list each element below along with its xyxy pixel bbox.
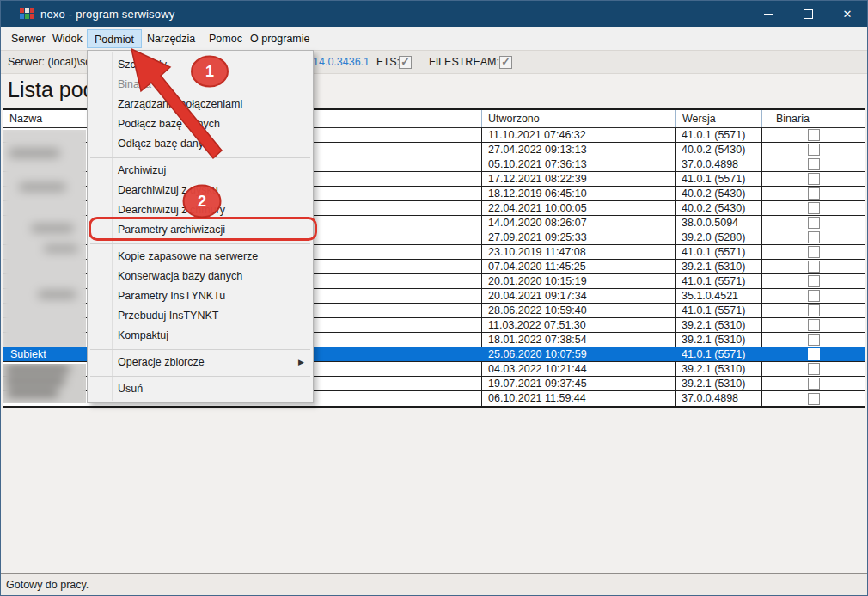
cell-binaria [762,201,865,215]
fts-label: FTS: [376,56,400,68]
cell-utworzono: 28.06.2022 10:59:40 [482,304,676,317]
cell-binaria [762,260,865,273]
app-icon [20,8,34,21]
cell-utworzono: 20.01.2020 10:15:19 [482,274,676,288]
menu-item-dearchiwizuj-z-chmury[interactable]: Dearchiwizuj z chmury [88,200,313,220]
binaria-checkbox[interactable] [808,348,820,360]
binaria-checkbox[interactable] [808,144,820,156]
cell-binaria [762,143,865,157]
filestream-label: FILESTREAM: [429,56,499,68]
menubar-item-widok[interactable]: Widok [46,29,89,48]
cell-wersja: 37.0.0.4898 [676,391,762,406]
menu-item-przebuduj-instynkt[interactable]: Przebuduj InsTYNKT [88,306,313,326]
menu-item-operacje-zbiorcze[interactable]: Operacje zbiorcze▶ [88,353,313,372]
menu-bar: SerwerWidokPodmiotNarzędziaPomocO progra… [1,27,867,50]
cell-wersja: 41.0.1 (5571) [676,172,762,186]
column-header-binaria[interactable]: Binaria [762,110,865,127]
close-button[interactable]: ✕ [828,1,867,27]
podmiot-dropdown-menu: SzczegółyBinariaZarządzanie połączeniami… [87,50,314,403]
cell-wersja: 41.0.1 (5571) [676,128,762,142]
cell-binaria [762,304,865,317]
cell-utworzono: 23.10.2019 11:47:08 [482,245,676,259]
server-path-text: Serwer: (local)\sq [8,56,91,68]
binaria-checkbox[interactable] [808,290,820,302]
binaria-checkbox[interactable] [808,319,820,331]
cell-binaria [762,333,865,347]
menu-item-zarz-dzanie-po-czeniami[interactable]: Zarządzanie połączeniami [88,95,313,114]
filestream-checkbox[interactable]: ✓ [499,56,512,69]
cell-utworzono: 11.03.2022 07:51:30 [482,318,676,332]
cell-wersja: 39.2.1 (5310) [676,362,762,376]
menu-item-pod-cz-baz-danych[interactable]: Podłącz bazę danych [88,114,313,134]
binaria-checkbox[interactable] [808,261,820,273]
menu-item-dearchiwizuj-z-dysku[interactable]: Dearchiwizuj z dysku [88,181,313,200]
cell-utworzono: 06.10.2021 11:59:44 [482,391,676,406]
menu-item-szczeg-y[interactable]: Szczegóły [88,55,313,75]
submenu-arrow-icon: ▶ [298,353,304,372]
menubar-item-podmiot[interactable]: Podmiot [87,29,142,48]
menu-item-parametry-instynktu[interactable]: Parametry InsTYNKTu [88,286,313,306]
binaria-checkbox[interactable] [808,304,820,316]
column-header-utworzono[interactable]: Utworzono [482,110,676,127]
menu-item-konserwacja-bazy-danych[interactable]: Konserwacja bazy danych [88,267,313,286]
title-bar: nexo - program serwisowy ✕ [1,1,867,27]
cell-wersja: 38.0.0.5094 [676,216,762,230]
redacted-names-block-2 [3,364,86,403]
menu-item-binaria[interactable]: Binaria [88,75,313,95]
menu-separator [88,346,313,353]
cell-wersja: 35.1.0.4521 [676,289,762,303]
menu-separator [88,240,313,247]
cell-utworzono: 07.04.2020 11:45:25 [482,260,676,273]
menubar-item-o-programie[interactable]: O programie [243,29,316,48]
close-icon: ✕ [843,9,853,20]
redacted-names-block [3,130,86,347]
binaria-checkbox[interactable] [808,334,820,346]
fts-checkbox[interactable]: ✓ [399,56,412,69]
menu-item-archiwizuj[interactable]: Archiwizuj [88,161,313,181]
cell-wersja: 39.2.1 (5310) [676,333,762,347]
menu-item-usu-[interactable]: Usuń [88,379,313,399]
cell-binaria [762,172,865,186]
menubar-item-narz-dzia[interactable]: Narzędzia [140,29,202,48]
cell-wersja: 39.2.1 (5310) [676,260,762,273]
binaria-checkbox[interactable] [808,158,820,170]
binaria-checkbox[interactable] [808,129,820,141]
cell-wersja: 39.2.1 (5310) [676,377,762,390]
binaria-checkbox[interactable] [808,187,820,200]
column-header-wersja[interactable]: Wersja [676,110,762,127]
binaria-checkbox[interactable] [808,363,820,375]
menu-separator [88,372,313,379]
menu-item-parametry-archiwizacji[interactable]: Parametry archiwizacji [88,220,313,240]
binaria-checkbox[interactable] [808,393,820,405]
cell-binaria [762,245,865,259]
cell-wersja: 40.0.2 (5430) [676,201,762,215]
menu-item-kopie-zapasowe-na-serwerze[interactable]: Kopie zapasowe na serwerze [88,247,313,267]
binaria-checkbox[interactable] [808,275,820,287]
cell-utworzono: 18.12.2019 06:45:10 [482,187,676,200]
binaria-checkbox[interactable] [808,231,820,243]
menu-item-od-cz-baz-danych[interactable]: Odłącz bazę danych [88,134,313,154]
menu-separator [88,154,313,161]
cell-binaria [762,347,865,361]
cell-wersja: 41.0.1 (5571) [676,274,762,288]
status-text: Gotowy do pracy. [6,579,89,591]
cell-utworzono: 20.04.2021 09:17:34 [482,289,676,303]
cell-binaria [762,187,865,200]
cell-binaria [762,274,865,288]
cell-utworzono: 18.01.2022 07:38:54 [482,333,676,347]
maximize-button[interactable] [788,1,828,27]
binaria-checkbox[interactable] [808,246,820,258]
binaria-checkbox[interactable] [808,217,820,229]
cell-wersja: 39.2.0 (5280) [676,230,762,244]
menubar-item-pomoc[interactable]: Pomoc [202,29,249,48]
cell-utworzono: 27.04.2022 09:13:13 [482,143,676,157]
binaria-checkbox[interactable] [808,378,820,390]
binaria-checkbox[interactable] [808,202,820,214]
cell-utworzono: 27.09.2021 09:25:33 [482,230,676,244]
minimize-button[interactable] [749,1,788,27]
server-version-text: 14.0.3436.1 [313,56,370,68]
binaria-checkbox[interactable] [808,173,820,185]
menu-item-kompaktuj[interactable]: Kompaktuj [88,326,313,346]
cell-wersja: 39.2.1 (5310) [676,318,762,332]
cell-wersja: 41.0.1 (5571) [676,347,762,361]
